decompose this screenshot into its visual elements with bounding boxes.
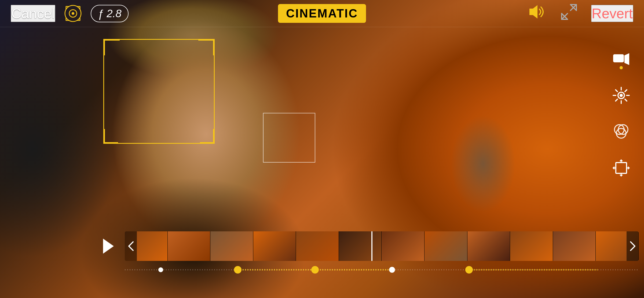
film-frame: [339, 231, 382, 261]
filmstrip-row: [94, 231, 644, 261]
yellow-segment-3: [469, 269, 598, 271]
focus-ring-icon[interactable]: [63, 4, 83, 23]
scrub-bar[interactable]: [125, 263, 639, 277]
color-mix-tool-button[interactable]: [610, 121, 632, 142]
scrub-track[interactable]: [125, 266, 639, 274]
aperture-badge[interactable]: ƒ 2.8: [91, 5, 129, 22]
keyframe-marker-1[interactable]: [234, 266, 241, 274]
film-frame: [382, 231, 425, 261]
film-frame: [168, 231, 211, 261]
video-tool-button[interactable]: [610, 48, 632, 70]
corner-br: [200, 129, 215, 144]
yellow-segment-2: [315, 269, 392, 271]
shrink-icon[interactable]: [560, 3, 578, 24]
keyframe-marker-4[interactable]: [465, 266, 473, 274]
film-frame: [425, 231, 467, 261]
film-frame: [467, 231, 510, 261]
toolbar-right: Revert: [426, 3, 633, 24]
cancel-button[interactable]: Cancel: [11, 5, 55, 22]
keyframe-marker-start[interactable]: [158, 267, 163, 272]
filmstrip-next-button[interactable]: [627, 231, 639, 261]
toolbar-center: CINEMATIC: [218, 4, 426, 23]
filmstrip-prev-button[interactable]: [125, 231, 137, 261]
svg-point-22: [616, 128, 626, 138]
video-tool-active-dot: [620, 66, 623, 69]
filmstrip[interactable]: [125, 231, 639, 261]
film-frame: [296, 231, 339, 261]
crop-tool-button[interactable]: [610, 157, 632, 179]
film-frame: [510, 231, 553, 261]
keyframe-marker-2[interactable]: [311, 266, 319, 274]
toolbar-left: Cancel ƒ 2.8: [11, 4, 218, 23]
toolbar-divider: [0, 27, 644, 27]
svg-marker-9: [624, 53, 629, 65]
svg-rect-8: [613, 54, 624, 62]
top-toolbar: Cancel ƒ 2.8 CINEMATIC: [0, 0, 644, 27]
svg-line-19: [616, 99, 617, 101]
svg-line-16: [616, 90, 617, 92]
volume-icon[interactable]: [528, 4, 547, 23]
play-icon: [103, 239, 114, 254]
adjustments-tool-button[interactable]: [610, 85, 632, 106]
cinematic-mode-badge: CINEMATIC: [278, 4, 366, 23]
svg-rect-23: [616, 163, 627, 173]
focus-box-secondary[interactable]: [263, 113, 315, 163]
right-tools-panel: [610, 48, 632, 179]
timeline-container: [94, 231, 644, 277]
revert-button[interactable]: Revert: [591, 5, 633, 22]
svg-line-17: [625, 99, 627, 101]
playhead[interactable]: [371, 231, 372, 261]
film-frame: [553, 231, 596, 261]
focus-box-primary[interactable]: [103, 39, 215, 144]
svg-point-11: [620, 94, 623, 97]
svg-marker-3: [529, 5, 537, 19]
svg-point-2: [72, 12, 74, 15]
yellow-segment-1: [238, 269, 315, 271]
svg-line-18: [625, 90, 627, 92]
film-frame: [210, 231, 253, 261]
play-button[interactable]: [94, 233, 121, 260]
corner-bl: [103, 129, 118, 144]
keyframe-marker-3[interactable]: [389, 267, 395, 273]
filmstrip-frames: [125, 231, 639, 261]
film-frame: [253, 231, 296, 261]
